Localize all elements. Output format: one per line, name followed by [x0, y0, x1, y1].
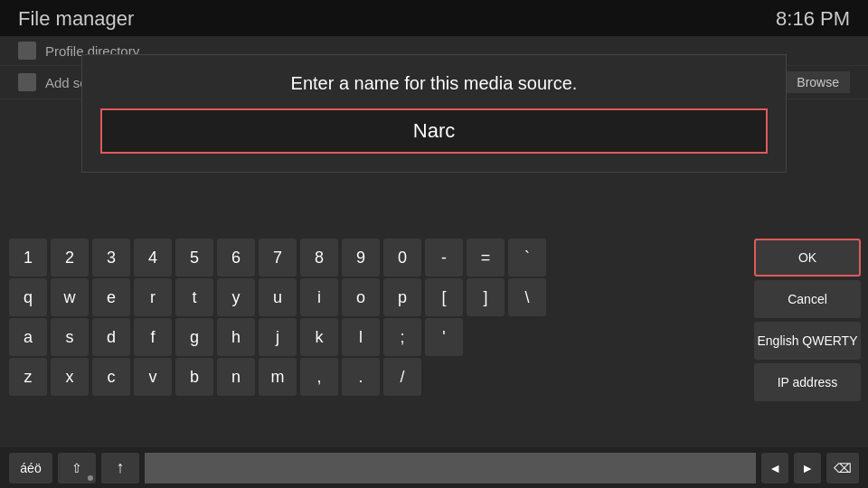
backspace-button[interactable]: ⌫ — [826, 453, 859, 483]
key-8[interactable]: 8 — [300, 239, 338, 277]
keyboard-row-a: a s d f g h j k l ; ' — [9, 318, 741, 356]
key-equals[interactable]: = — [467, 239, 505, 277]
symbols-button[interactable]: áéö — [9, 453, 52, 483]
ok-button[interactable]: OK — [754, 239, 861, 277]
key-5[interactable]: 5 — [175, 239, 213, 277]
caps-lock-button[interactable]: ↑ — [101, 453, 139, 483]
name-input-wrapper[interactable] — [100, 108, 768, 154]
key-u[interactable]: u — [259, 278, 297, 316]
key-f[interactable]: f — [134, 318, 172, 356]
name-input[interactable] — [102, 110, 766, 152]
app-title: File manager — [18, 7, 134, 31]
key-0[interactable]: 0 — [383, 239, 421, 277]
key-n[interactable]: n — [217, 358, 255, 396]
folder-icon — [18, 42, 36, 60]
ip-address-button[interactable]: IP address — [754, 363, 861, 401]
key-x[interactable]: x — [51, 358, 89, 396]
key-lbracket[interactable]: [ — [425, 278, 463, 316]
key-t[interactable]: t — [175, 278, 213, 316]
name-dialog: Enter a name for this media source. — [81, 54, 787, 173]
key-w[interactable]: w — [51, 278, 89, 316]
key-k[interactable]: k — [300, 318, 338, 356]
key-b[interactable]: b — [175, 358, 213, 396]
key-m[interactable]: m — [259, 358, 297, 396]
keyboard-row-numbers: 1 2 3 4 5 6 7 8 9 0 - = ` — [9, 239, 741, 277]
dialog-title: Enter a name for this media source. — [100, 73, 768, 94]
key-h[interactable]: h — [217, 318, 255, 356]
key-minus[interactable]: - — [425, 239, 463, 277]
key-6[interactable]: 6 — [217, 239, 255, 277]
key-z[interactable]: z — [9, 358, 47, 396]
keyboard-row-z: z x c v b n m , . / — [9, 358, 741, 396]
key-semicolon[interactable]: ; — [383, 318, 421, 356]
key-7[interactable]: 7 — [259, 239, 297, 277]
key-e[interactable]: e — [92, 278, 130, 316]
virtual-keyboard: 1 2 3 4 5 6 7 8 9 0 - = ` q w e r t y u … — [0, 235, 868, 447]
key-backtick[interactable]: ` — [508, 239, 546, 277]
key-rbracket[interactable]: ] — [467, 278, 505, 316]
key-a[interactable]: a — [9, 318, 47, 356]
key-c[interactable]: c — [92, 358, 130, 396]
bottom-toolbar: áéö ⇧ ↑ ◄ ► ⌫ — [0, 447, 868, 488]
key-d[interactable]: d — [92, 318, 130, 356]
shift-up-icon: ⇧ — [71, 461, 82, 475]
key-j[interactable]: j — [259, 318, 297, 356]
browse-button[interactable]: Browse — [786, 71, 850, 93]
key-l[interactable]: l — [342, 318, 380, 356]
key-p[interactable]: p — [383, 278, 421, 316]
keyboard-row-q: q w e r t y u i o p [ ] \ — [9, 278, 741, 316]
key-y[interactable]: y — [217, 278, 255, 316]
text-cursor-bar — [145, 453, 756, 483]
keyboard-side-panel: OK Cancel English QWERTY IP address — [750, 235, 868, 447]
key-quote[interactable]: ' — [425, 318, 463, 356]
key-2[interactable]: 2 — [51, 239, 89, 277]
key-o[interactable]: o — [342, 278, 380, 316]
add-source-icon — [18, 73, 36, 91]
key-1[interactable]: 1 — [9, 239, 47, 277]
key-i[interactable]: i — [300, 278, 338, 316]
shift-lock-dot — [88, 475, 93, 481]
key-g[interactable]: g — [175, 318, 213, 356]
key-comma[interactable]: , — [300, 358, 338, 396]
key-r[interactable]: r — [134, 278, 172, 316]
shift-icon-button[interactable]: ⇧ — [58, 453, 96, 483]
key-slash[interactable]: / — [383, 358, 421, 396]
key-s[interactable]: s — [51, 318, 89, 356]
keyboard-keys-panel: 1 2 3 4 5 6 7 8 9 0 - = ` q w e r t y u … — [0, 235, 750, 447]
right-arrow-button[interactable]: ► — [794, 453, 821, 483]
key-backslash[interactable]: \ — [508, 278, 546, 316]
key-3[interactable]: 3 — [92, 239, 130, 277]
key-9[interactable]: 9 — [342, 239, 380, 277]
layout-button[interactable]: English QWERTY — [754, 322, 861, 360]
cancel-button[interactable]: Cancel — [754, 280, 861, 318]
clock: 8:16 PM — [776, 7, 850, 31]
key-4[interactable]: 4 — [134, 239, 172, 277]
key-q[interactable]: q — [9, 278, 47, 316]
header: File manager 8:16 PM — [0, 0, 868, 38]
key-v[interactable]: v — [134, 358, 172, 396]
key-period[interactable]: . — [342, 358, 380, 396]
left-arrow-button[interactable]: ◄ — [761, 453, 788, 483]
